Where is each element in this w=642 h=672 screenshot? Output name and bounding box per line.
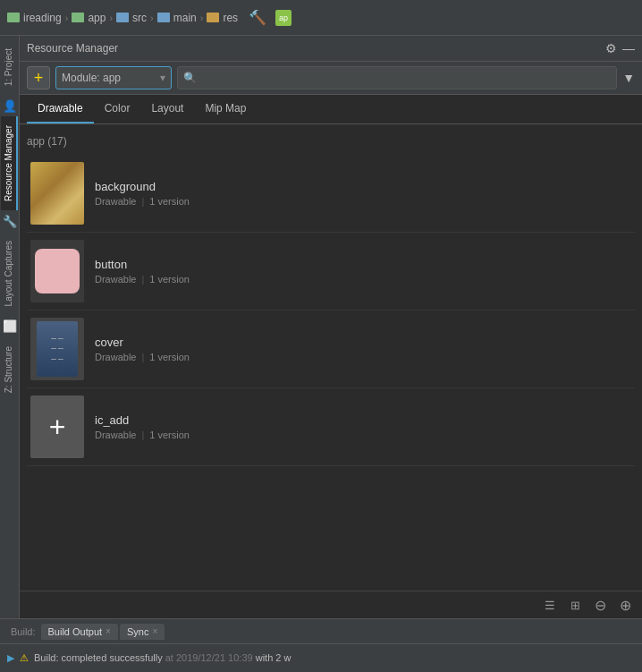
resource-name-ic-add: ic_add <box>95 413 631 427</box>
close-sync[interactable]: × <box>152 626 157 636</box>
sidebar-item-project[interactable]: 1: Project <box>1 39 18 95</box>
tab-layout[interactable]: Layout <box>140 95 194 123</box>
middle-section: 1: Project 👤 Resource Manager 🔧 Layout C… <box>0 36 642 618</box>
resource-info-ic-add: ic_add Drawable | 1 version <box>95 413 631 440</box>
sidebar-item-resource-manager[interactable]: Resource Manager <box>1 116 18 210</box>
status-arrow-icon: ▶ <box>7 652 14 664</box>
tab-sync[interactable]: Sync × <box>120 624 165 640</box>
section-header: app (17) <box>27 132 635 155</box>
resource-meta-cover: Drawable | 1 version <box>95 352 631 362</box>
folder-icon-res <box>207 13 219 22</box>
add-resource-button[interactable]: + <box>27 66 50 89</box>
left-side-tabs: 1: Project 👤 Resource Manager 🔧 Layout C… <box>0 36 20 618</box>
status-text: Build: completed successfully at 2019/12… <box>34 652 291 663</box>
sidebar-item-structure[interactable]: Z: Structure <box>1 337 18 402</box>
thumb-button-image <box>35 249 80 293</box>
list-view-button[interactable]: ☰ <box>540 595 560 615</box>
resource-name-button: button <box>95 258 631 271</box>
folder-icon-main <box>157 13 170 22</box>
resource-thumb-ic-add: + <box>30 396 84 458</box>
zoom-in-button[interactable]: ⊕ <box>615 595 635 615</box>
breadcrumb-app: app <box>88 12 106 24</box>
tab-color[interactable]: Color <box>94 95 141 123</box>
minimize-button[interactable]: — <box>622 41 635 55</box>
person-icon[interactable]: 👤 <box>2 98 18 114</box>
bottom-status: ▶ ⚠ Build: completed successfully at 201… <box>0 644 642 671</box>
bottom-tabs: Build: Build Output × Sync × <box>0 619 642 644</box>
hammer-icon[interactable]: 🔨 <box>249 9 266 26</box>
grid-view-button[interactable]: ⊞ <box>565 595 585 615</box>
layout-icon[interactable]: ⬜ <box>2 319 18 335</box>
breadcrumb-ireading: ireading <box>23 12 62 24</box>
app-layout: ireading › app › src › main › res 🔨 ap 1… <box>0 0 642 672</box>
sidebar-item-layout-captures[interactable]: Layout Captures <box>1 232 18 315</box>
list-item[interactable]: + ic_add Drawable | 1 version <box>27 388 635 466</box>
zoom-out-button[interactable]: ⊖ <box>590 595 610 615</box>
toolbar: + Module: app ▾ 🔍 ▼ <box>20 62 642 95</box>
panel-title: Resource Manager <box>27 42 118 55</box>
panel-header: Resource Manager ⚙ — <box>20 36 642 62</box>
resource-info-background: background Drawable | 1 version <box>95 180 631 207</box>
content-bottom-toolbar: ☰ ⊞ ⊖ ⊕ <box>20 591 642 618</box>
thumb-ic-add-image: + <box>30 396 84 458</box>
status-warning-icon: ⚠ <box>20 652 29 664</box>
close-build-output[interactable]: × <box>106 626 111 636</box>
list-item[interactable]: button Drawable | 1 version <box>27 233 635 310</box>
thumb-background-image <box>30 162 84 225</box>
content-area[interactable]: app (17) background Drawable | 1 version <box>20 124 642 591</box>
tab-mip-map[interactable]: Mip Map <box>194 95 257 123</box>
thumb-cover-image: ─ ── ── ─ <box>37 321 78 377</box>
resource-panel: Resource Manager ⚙ — + Module: app ▾ 🔍 <box>20 36 642 618</box>
list-item[interactable]: ─ ── ── ─ cover Drawable | 1 version <box>27 310 635 388</box>
build-variants-icon[interactable]: 🔧 <box>2 213 18 229</box>
tab-drawable[interactable]: Drawable <box>27 95 94 123</box>
resource-meta-background: Drawable | 1 version <box>95 196 631 207</box>
filter-button[interactable]: ▼ <box>622 71 635 85</box>
gear-button[interactable]: ⚙ <box>605 41 617 55</box>
tab-build-output[interactable]: Build Output × <box>41 624 118 640</box>
resource-info-button: button Drawable | 1 version <box>95 258 631 285</box>
resource-thumb-cover: ─ ── ── ─ <box>30 318 84 380</box>
module-select[interactable]: Module: app ▾ <box>55 66 172 89</box>
resource-thumb-background <box>30 162 84 225</box>
resource-thumb-button <box>30 240 84 302</box>
breadcrumb-main: main <box>173 12 197 24</box>
resource-name-background: background <box>95 180 631 193</box>
folder-icon-ireading <box>7 13 20 22</box>
resource-info-cover: cover Drawable | 1 version <box>95 336 631 362</box>
breadcrumb-res: res <box>223 12 238 24</box>
list-item[interactable]: background Drawable | 1 version <box>27 155 635 233</box>
resource-name-cover: cover <box>95 336 631 349</box>
header-actions: ⚙ — <box>605 41 635 55</box>
folder-icon-src <box>116 13 129 22</box>
module-select-arrow: ▾ <box>160 72 165 84</box>
search-box[interactable]: 🔍 <box>177 66 617 89</box>
build-label: Build: <box>7 625 39 639</box>
tabs-row: Drawable Color Layout Mip Map <box>20 95 642 124</box>
android-icon[interactable]: ap <box>275 10 291 26</box>
resource-meta-button: Drawable | 1 version <box>95 274 631 285</box>
top-bar: ireading › app › src › main › res 🔨 ap <box>0 0 642 36</box>
search-icon: 🔍 <box>183 72 197 84</box>
resource-meta-ic-add: Drawable | 1 version <box>95 430 631 440</box>
folder-icon-app <box>72 13 84 22</box>
breadcrumb-src: src <box>132 12 147 24</box>
bottom-bar: Build: Build Output × Sync × ▶ ⚠ Build: … <box>0 618 642 672</box>
